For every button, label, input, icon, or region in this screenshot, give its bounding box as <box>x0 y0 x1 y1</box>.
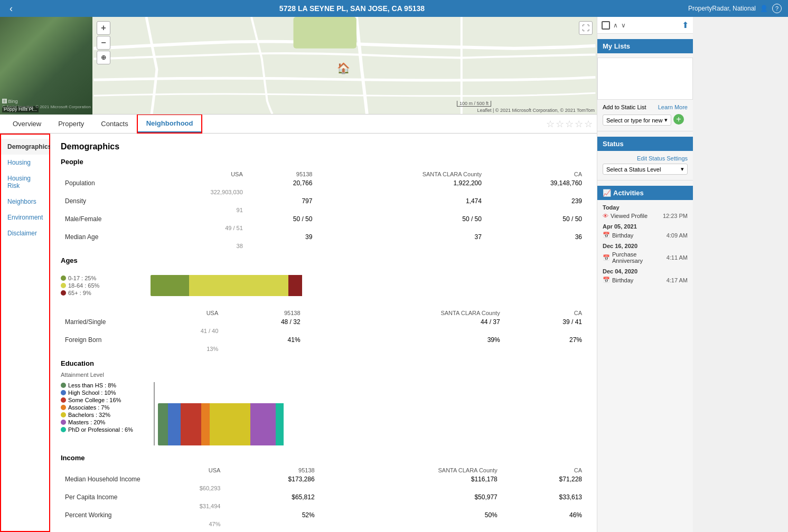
status-section: Status Edit Status Settings Select a Sta… <box>597 131 693 180</box>
tabs-left: Overview Property Contacts Neighborhood <box>4 114 202 134</box>
edu-legend-item-4: Bachelors : 32% <box>61 412 145 418</box>
today-label: Today <box>603 204 688 211</box>
row-label-empty <box>61 327 145 335</box>
row-usa <box>145 510 224 520</box>
legend-label-0: 0-17 : 25% <box>68 275 96 281</box>
legend-item-1: 18-64 : 65% <box>61 282 145 289</box>
select-placeholder: Select or type for new <box>606 117 662 124</box>
row-county: 39% <box>305 335 504 345</box>
edu-dot-3 <box>61 405 66 410</box>
checkbox-icon[interactable] <box>602 21 610 30</box>
edu-label-4: Bachelors : 32% <box>68 412 110 418</box>
tab-contacts[interactable]: Contacts <box>92 114 136 134</box>
back-button[interactable]: ‹ <box>6 3 16 14</box>
age-segment-2 <box>288 275 302 296</box>
row-state: 27% <box>504 335 586 345</box>
main-layout: Poppy Hills Pl... 🅱 Bing © Aerial Imagin… <box>0 17 788 532</box>
user-icon[interactable]: 👤 <box>760 5 768 12</box>
row-label-empty <box>61 188 145 196</box>
row-county: 1,474 <box>316 196 486 206</box>
activity-group-apr: Apr 05, 2021 📅 Birthday 4:09 AM <box>603 223 688 239</box>
row-empty <box>247 242 586 250</box>
table-row: Married/Single 48 / 32 44 / 37 39 / 41 <box>61 317 586 327</box>
col-usa: USA <box>145 170 247 178</box>
tab-overview[interactable]: Overview <box>4 114 50 134</box>
expand-button[interactable]: ⛶ <box>579 21 593 35</box>
row-state: $71,228 <box>502 474 586 484</box>
static-list-select[interactable]: Select or type for new ▾ <box>603 115 671 126</box>
row-label-empty <box>61 502 145 510</box>
sidebar-item-demographics[interactable]: Demographics <box>1 139 49 155</box>
table-row-sub: 41 / 40 <box>61 327 586 335</box>
table-row-sub: $60,293 <box>61 484 586 492</box>
my-lists-section: My Lists Add to Static List Learn More S… <box>597 34 693 131</box>
sidebar-item-housing[interactable]: Housing <box>1 155 49 170</box>
edu-divider <box>154 382 155 445</box>
sidebar-item-disclaimer[interactable]: Disclaimer <box>1 225 49 241</box>
row-usa-sub: 38 <box>145 242 247 250</box>
table-row: Percent Working 52% 50% 46% <box>61 510 586 520</box>
calendar-icon-1: 📅 <box>603 232 610 239</box>
row-empty <box>247 224 586 232</box>
my-lists-area <box>597 58 693 100</box>
zoom-out-button[interactable]: − <box>97 36 110 50</box>
chevron-down-icon[interactable]: ∨ <box>621 22 626 29</box>
help-icon[interactable]: ? <box>772 4 782 13</box>
rating-stars: ☆ ☆ ☆ ☆ ☆ <box>546 118 593 130</box>
star-3[interactable]: ☆ <box>565 118 574 130</box>
tab-neighborhood[interactable]: Neighborhood <box>138 115 202 132</box>
star-2[interactable]: ☆ <box>556 118 564 130</box>
add-static-row: Add to Static List Learn More <box>603 104 688 110</box>
table-row: Male/Female 50 / 50 50 / 50 50 / 50 <box>61 214 586 224</box>
add-list-button[interactable]: + <box>673 114 684 125</box>
map-roads-svg: 🏠 <box>92 17 597 114</box>
svg-text:🏠: 🏠 <box>337 62 350 74</box>
edu-legend-item-1: High School : 10% <box>61 390 145 396</box>
row-usa-sub: 47% <box>145 520 224 528</box>
col-label <box>61 309 145 317</box>
activity-viewed-time: 12:23 PM <box>663 213 688 219</box>
row-usa <box>145 474 224 484</box>
row-county: 50% <box>319 510 502 520</box>
svg-rect-1 <box>294 17 357 49</box>
row-usa-sub: 49 / 51 <box>145 224 247 232</box>
edu-label-5: Masters : 20% <box>68 419 105 425</box>
row-zip: $65,812 <box>224 492 318 502</box>
col-usa: USA <box>145 466 224 474</box>
chevron-up-icon[interactable]: ∧ <box>613 22 618 29</box>
share-icon[interactable]: ⬆ <box>682 20 689 30</box>
people-table: USA 95138 SANTA CLARA County CA Populati… <box>61 170 586 250</box>
row-label-empty <box>61 242 145 250</box>
row-usa <box>145 214 247 224</box>
row-empty <box>222 327 586 335</box>
row-empty <box>224 502 586 510</box>
calendar-icon-2: 📅 <box>603 254 610 261</box>
activity-birthday-dec-time: 4:17 AM <box>667 277 688 283</box>
row-zip: 20,766 <box>247 178 317 188</box>
star-1[interactable]: ☆ <box>546 118 555 130</box>
ages-section-title: Ages <box>61 256 586 264</box>
activity-item-birthday-apr: 📅 Birthday 4:09 AM <box>603 232 688 239</box>
edu-seg-5 <box>250 403 276 445</box>
age-segment-1 <box>189 275 289 296</box>
tab-property[interactable]: Property <box>50 114 92 134</box>
income-section: Income USA 95138 SANTA CLARA County CA <box>61 454 586 528</box>
sidebar-item-environment[interactable]: Environment <box>1 210 49 225</box>
zoom-in-button[interactable]: + <box>97 21 110 35</box>
row-label-empty <box>61 206 145 214</box>
row-county: 37 <box>316 232 486 242</box>
edu-seg-2 <box>181 403 201 445</box>
row-label: Married/Single <box>61 317 145 327</box>
status-level-select[interactable]: Select a Status Level ▾ <box>603 164 688 175</box>
sidebar-item-neighbors[interactable]: Neighbors <box>1 194 49 210</box>
star-4[interactable]: ☆ <box>575 118 583 130</box>
edu-legend-item-2: Some College : 16% <box>61 397 145 403</box>
star-5[interactable]: ☆ <box>584 118 593 130</box>
edit-status-link[interactable]: Edit Status Settings <box>603 155 688 162</box>
activity-purchase-time: 4:11 AM <box>667 254 688 261</box>
sidebar-item-housing-risk[interactable]: Housing Risk <box>1 170 49 194</box>
map-main[interactable]: 🏠 + − ⊕ ⛶ Leaflet | © 2021 Microsoft Cor… <box>92 17 597 114</box>
learn-more-link[interactable]: Learn More <box>658 104 688 110</box>
locate-button[interactable]: ⊕ <box>97 51 110 64</box>
row-label: Median Household Income <box>61 474 145 484</box>
